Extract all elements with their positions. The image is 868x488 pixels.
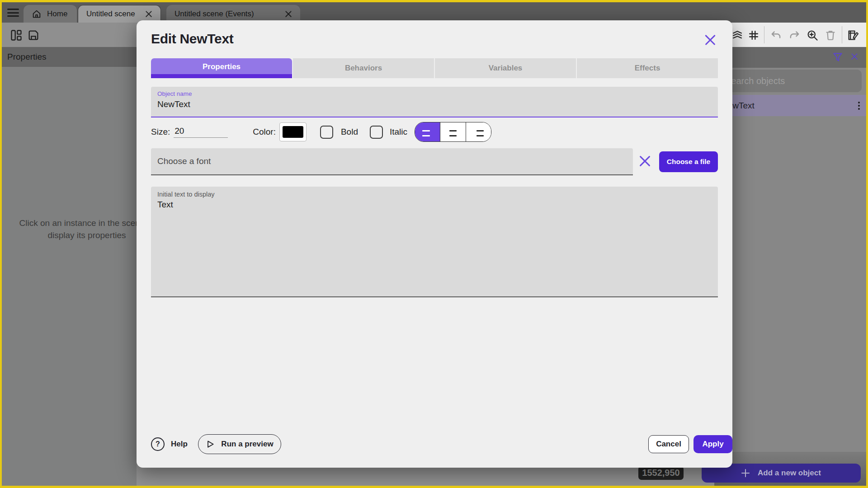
objects-panel-header [714, 47, 866, 68]
italic-checkbox[interactable] [370, 126, 383, 139]
initial-text-label: Initial text to display [157, 191, 712, 198]
window-tab-bar: Home Untitled scene Untitled scene (Even… [0, 2, 868, 23]
layers-icon[interactable] [731, 28, 744, 42]
hamburger-menu-icon[interactable] [7, 9, 19, 17]
align-right-button[interactable] [466, 122, 491, 141]
initial-text-field[interactable]: Initial text to display Text [151, 187, 718, 297]
clear-font-icon[interactable] [638, 155, 651, 167]
edit-object-dialog: Edit NewText Properties Behaviors Variab… [137, 20, 732, 468]
italic-label: Italic [390, 127, 407, 137]
properties-panel-title: Properties [7, 52, 47, 62]
object-name-input[interactable] [157, 99, 712, 109]
grid-icon[interactable] [747, 28, 760, 42]
text-alignment-group [415, 122, 491, 142]
dialog-footer: ? Help Run a preview Cancel Apply [151, 434, 718, 454]
save-icon[interactable] [27, 28, 40, 42]
tab-variables[interactable]: Variables [435, 58, 576, 78]
dialog-title: Edit NewText [151, 31, 234, 47]
color-label: Color: [253, 127, 276, 137]
size-label: Size: [151, 127, 170, 137]
search-objects-input[interactable] [718, 70, 862, 92]
cursor-coordinates-badge: 1552,950 [638, 466, 684, 480]
initial-text-textarea[interactable]: Text [157, 200, 712, 292]
object-list-item-newtext[interactable]: NewText [714, 95, 866, 116]
trash-icon[interactable] [824, 28, 837, 42]
size-input[interactable] [174, 126, 228, 138]
align-left-button[interactable] [415, 122, 440, 141]
choose-a-file-button[interactable]: Choose a file [659, 151, 718, 172]
close-tab-icon[interactable] [145, 10, 152, 18]
toolbar-divider [764, 26, 764, 43]
run-a-preview-button[interactable]: Run a preview [198, 434, 281, 454]
gdevelop-window: Home Untitled scene Untitled scene (Even… [0, 0, 868, 488]
tab-properties[interactable]: Properties [151, 58, 292, 78]
play-icon [206, 440, 215, 449]
tab-home[interactable]: Home [24, 5, 77, 23]
window-border [866, 0, 868, 488]
object-name-field-label: Object name [157, 90, 712, 97]
undo-icon[interactable] [769, 28, 783, 42]
close-dialog-icon[interactable] [704, 34, 716, 46]
redo-icon[interactable] [788, 28, 801, 42]
close-panel-icon[interactable] [851, 53, 858, 60]
zoom-in-icon[interactable] [806, 28, 819, 42]
color-swatch-value [283, 126, 303, 138]
tab-behaviors[interactable]: Behaviors [293, 58, 434, 78]
edit-scene-properties-icon[interactable] [846, 28, 860, 42]
tab-events-label: Untitled scene (Events) [175, 9, 254, 19]
help-icon: ? [151, 437, 165, 451]
object-name-field[interactable]: Object name [151, 87, 718, 117]
filter-icon[interactable] [831, 51, 844, 64]
objects-panel: NewText [714, 47, 866, 486]
tab-scene-label: Untitled scene [86, 9, 135, 19]
align-center-icon [448, 128, 458, 136]
align-right-icon [473, 128, 484, 136]
close-tab-icon[interactable] [285, 10, 292, 18]
bold-label: Bold [341, 127, 358, 137]
align-center-button[interactable] [440, 122, 466, 141]
properties-panel-header: Properties [0, 47, 137, 67]
bold-checkbox[interactable] [320, 126, 333, 139]
dialog-tabs: Properties Behaviors Variables Effects [151, 58, 718, 78]
help-button[interactable]: ? Help [151, 437, 188, 451]
object-search[interactable] [718, 70, 862, 92]
apply-button[interactable]: Apply [693, 435, 732, 453]
scene-toolbar-right [723, 23, 866, 47]
align-left-icon [422, 128, 433, 136]
cancel-button[interactable]: Cancel [648, 435, 689, 453]
font-field[interactable]: Choose a font [151, 148, 633, 175]
window-border [0, 486, 868, 488]
text-style-row: Size: Color: Bold Italic [151, 122, 718, 142]
toolbar-divider [842, 26, 842, 43]
font-field-placeholder: Choose a font [157, 156, 211, 166]
window-border [0, 0, 2, 488]
kebab-menu-icon[interactable] [858, 102, 860, 110]
layout-panels-icon[interactable] [10, 28, 23, 42]
plus-icon [741, 469, 750, 477]
window-border [0, 0, 868, 2]
tab-effects[interactable]: Effects [577, 58, 718, 78]
home-icon [32, 9, 42, 19]
color-swatch[interactable] [279, 122, 307, 141]
properties-panel [0, 67, 137, 486]
tab-home-label: Home [47, 9, 67, 19]
